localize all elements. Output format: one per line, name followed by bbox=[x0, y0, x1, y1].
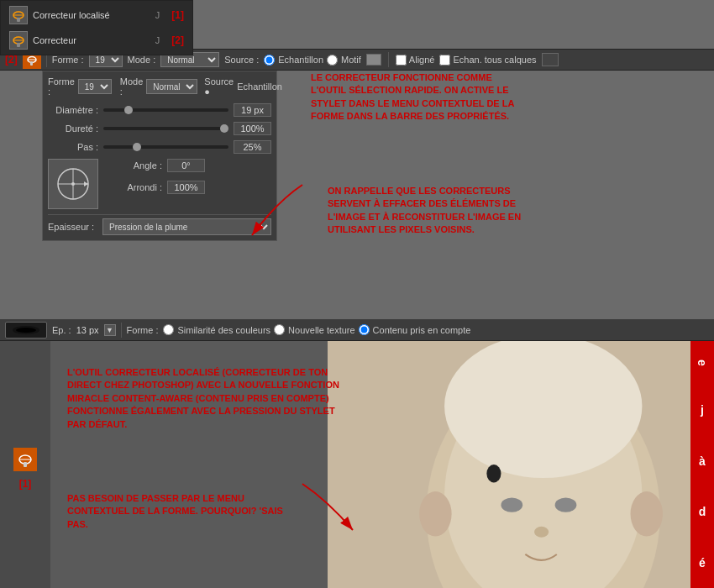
bottom-section: Ep. : 13 px ▼ Forme : Similarité des cou… bbox=[0, 319, 714, 588]
bottom-annotation-4: Pas besoin de passer par le menu context… bbox=[67, 492, 302, 531]
tool2-shortcut: J bbox=[155, 35, 160, 45]
panel-mode-select[interactable]: Normal bbox=[146, 79, 197, 94]
panel-forme-label: Forme : bbox=[48, 76, 75, 97]
annotation-text-3: L'outil Correcteur localisé (correcteur … bbox=[67, 366, 353, 431]
brush-thumb[interactable] bbox=[5, 322, 47, 339]
bottom-bracket-label: [1] bbox=[19, 478, 32, 490]
svg-rect-10 bbox=[30, 61, 33, 66]
source-echantillon-radio[interactable] bbox=[264, 55, 275, 66]
forme-label-bottom: Forme : bbox=[127, 325, 159, 335]
svg-point-31 bbox=[419, 491, 452, 536]
svg-rect-7 bbox=[17, 43, 20, 47]
bottom-arrow bbox=[286, 475, 370, 543]
annotation-text-4: Pas besoin de passer par le menu context… bbox=[67, 492, 302, 531]
source-motif-label: Motif bbox=[341, 55, 361, 65]
echan-checkbox[interactable] bbox=[439, 55, 450, 66]
tool-item-correcteur-localise[interactable]: Correcteur localisé J [1] bbox=[6, 3, 187, 27]
aligne-label: Aligné bbox=[409, 55, 435, 65]
panel-forme-row: Forme : 19 Mode : Normal Source ● Echant… bbox=[48, 76, 271, 97]
bottom-left-strip: [1] bbox=[0, 341, 50, 588]
echan-label: Echan. tous calques bbox=[453, 55, 536, 65]
mode-text: Mode : bbox=[120, 76, 144, 97]
right-letters-strip: e j à d é bbox=[690, 341, 714, 588]
forme-opt1: Similarité des couleurs bbox=[177, 325, 270, 335]
aligne-checkbox[interactable] bbox=[396, 55, 407, 66]
annotation-1: Le correcteur fonctionne comme l'outil S… bbox=[311, 71, 529, 123]
baby-face bbox=[328, 341, 714, 588]
source-echantillon-label: Echantillon bbox=[278, 55, 323, 65]
aligne-checkbox-group: Aligné bbox=[396, 55, 435, 66]
letter-e2: é bbox=[699, 556, 706, 570]
diametre-value: 19 px bbox=[234, 103, 271, 117]
bottom-tool-icon bbox=[13, 448, 37, 471]
bracket2: [2] bbox=[171, 34, 184, 46]
source-text: Source ● bbox=[204, 76, 234, 97]
ep-label: Ep. : bbox=[52, 325, 71, 335]
tool-panel-header: Correcteur localisé J [1] Correcteur J [… bbox=[1, 1, 192, 55]
angle-label: Angle : bbox=[112, 160, 162, 171]
arrondi-label: Arrondi : bbox=[112, 182, 162, 192]
bottom-canvas: e j à d é L'outil Correcteur localisé (c… bbox=[50, 341, 714, 588]
ep-dropdown[interactable]: ▼ bbox=[104, 324, 116, 336]
source-radio-group: Echantillon Motif bbox=[264, 54, 381, 66]
panel-forme-select[interactable]: 19 bbox=[78, 79, 112, 94]
echant-text: Echantillon bbox=[237, 81, 282, 92]
source-motif-radio[interactable] bbox=[327, 55, 338, 66]
diametre-slider[interactable] bbox=[103, 108, 228, 112]
correcteur-icon bbox=[9, 31, 28, 50]
svg-rect-21 bbox=[24, 462, 27, 467]
pas-label: Pas : bbox=[48, 142, 98, 152]
diametre-row: Diamètre : 19 px bbox=[48, 103, 271, 117]
bottom-toolbar: Ep. : 13 px ▼ Forme : Similarité des cou… bbox=[0, 319, 714, 341]
tool1-shortcut: J bbox=[155, 10, 160, 20]
forme-nouvelle-radio[interactable] bbox=[274, 324, 285, 335]
forme-opt3: Contenu pris en compte bbox=[373, 325, 471, 335]
svg-point-26 bbox=[501, 498, 522, 512]
svg-point-32 bbox=[631, 491, 664, 536]
echan-checkbox-group: Echan. tous calques bbox=[439, 55, 536, 66]
options-button[interactable] bbox=[542, 53, 559, 66]
durete-value: 100% bbox=[234, 122, 271, 135]
brush-preview bbox=[48, 159, 98, 209]
forme-similarite-radio[interactable] bbox=[163, 324, 174, 335]
diametre-label: Diamètre : bbox=[48, 105, 98, 115]
tool2-name: Correcteur bbox=[33, 35, 76, 45]
letter-j: j bbox=[701, 403, 704, 417]
durete-row: Dureté : 100% bbox=[48, 122, 271, 135]
bottom-annotation-3: L'outil Correcteur localisé (correcteur … bbox=[67, 366, 353, 431]
bottom-content: [1] bbox=[0, 341, 714, 588]
letter-d: d bbox=[699, 505, 706, 518]
baby-photo bbox=[328, 341, 714, 588]
angle-arrondi-fields: Angle : 0° Arrondi : 100% bbox=[112, 159, 271, 199]
letter-e: e bbox=[696, 360, 709, 366]
epaisseur-label: Epaisseur : bbox=[48, 222, 94, 232]
svg-point-29 bbox=[486, 465, 501, 482]
svg-point-18 bbox=[16, 328, 36, 333]
annotation-text-2: On rappelle que les correcteurs servent … bbox=[328, 185, 554, 237]
durete-slider[interactable] bbox=[103, 127, 228, 130]
forme-opt2: Nouvelle texture bbox=[288, 325, 355, 335]
forme-radio-group: Similarité des couleurs Nouvelle texture… bbox=[163, 324, 470, 335]
svg-rect-3 bbox=[17, 18, 20, 22]
bracket1: [1] bbox=[171, 9, 184, 21]
forme-label: Forme : bbox=[52, 55, 84, 65]
separator bbox=[388, 52, 389, 67]
angle-arrondi-section: Angle : 0° Arrondi : 100% bbox=[48, 159, 271, 209]
arrondi-row: Arrondi : 100% bbox=[112, 181, 271, 194]
slider-panel: Forme : 19 Mode : Normal Source ● Echant… bbox=[42, 71, 277, 241]
arrondi-value: 100% bbox=[167, 181, 205, 194]
svg-point-14 bbox=[71, 182, 75, 186]
durete-label: Dureté : bbox=[48, 123, 98, 134]
forme-contenu-radio[interactable] bbox=[359, 324, 370, 335]
props-bracket: [2] bbox=[5, 54, 18, 66]
annotation-2: On rappelle que les correcteurs servent … bbox=[328, 185, 554, 237]
epaisseur-select[interactable]: Pression de la plume bbox=[102, 218, 271, 235]
mode-label: Mode : bbox=[128, 55, 156, 65]
pas-slider[interactable] bbox=[103, 145, 228, 149]
source-label: Source : bbox=[224, 55, 259, 65]
tool-item-correcteur[interactable]: Correcteur J [2] bbox=[6, 29, 187, 52]
tool1-name: Correcteur localisé bbox=[33, 10, 110, 20]
pas-value: 25% bbox=[234, 140, 271, 154]
angle-value: 0° bbox=[167, 159, 205, 172]
pas-row: Pas : 25% bbox=[48, 140, 271, 154]
